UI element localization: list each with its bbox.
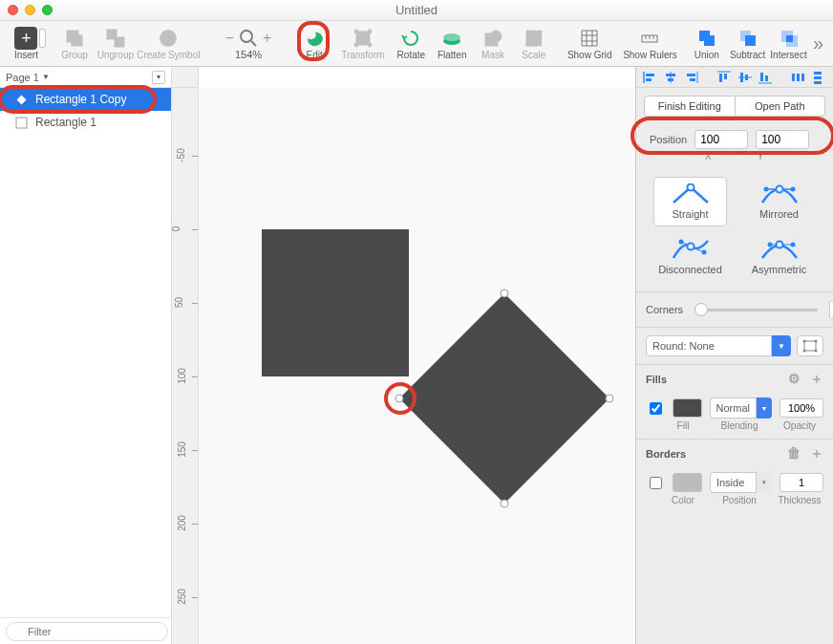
align-bottom-icon[interactable] xyxy=(758,71,773,84)
trash-icon[interactable]: 🗑 xyxy=(787,445,801,462)
magnifier-icon[interactable] xyxy=(238,28,259,49)
show-grid-tool[interactable]: Show Grid xyxy=(562,23,617,65)
round-select[interactable]: Round: None ▼ xyxy=(646,335,791,356)
svg-point-68 xyxy=(803,340,806,343)
intersect-tool[interactable]: Intersect xyxy=(768,23,809,65)
point-type-mirrored[interactable]: Mirrored xyxy=(742,177,816,226)
union-icon xyxy=(695,27,718,50)
finish-editing-button[interactable]: Finish Editing xyxy=(644,96,736,117)
vertex-handle[interactable] xyxy=(501,500,508,507)
page-selector[interactable]: Page 1▼ ▾ xyxy=(0,67,171,88)
diamond-shape-icon xyxy=(15,94,28,106)
y-sublabel: Y xyxy=(758,151,764,161)
border-checkbox[interactable] xyxy=(650,477,662,489)
border-color-swatch[interactable] xyxy=(673,473,702,492)
inspector-panel: Finish Editing Open Path Position X Y St… xyxy=(635,67,833,644)
sublabel: Color xyxy=(663,495,703,505)
layer-row-rectangle-1-copy[interactable]: Rectangle 1 Copy xyxy=(0,88,171,111)
page-options-icon[interactable]: ▾ xyxy=(152,71,165,84)
canvas[interactable] xyxy=(199,88,635,644)
toolbar-overflow-icon[interactable]: » xyxy=(809,32,827,54)
round-label: Round: None xyxy=(646,335,772,356)
point-label: Straight xyxy=(673,208,709,220)
layer-row-rectangle-1[interactable]: Rectangle 1 xyxy=(0,111,171,134)
point-type-straight[interactable]: Straight xyxy=(653,177,727,226)
flatten-label: Flatten xyxy=(438,50,467,60)
svg-rect-50 xyxy=(814,72,822,75)
vertex-handle[interactable] xyxy=(501,290,508,297)
align-center-v-icon[interactable] xyxy=(737,71,753,84)
position-row: Position xyxy=(636,124,833,151)
zoom-tool[interactable]: − + 154% xyxy=(210,23,287,65)
blending-select[interactable]: Normal▼ xyxy=(710,397,772,419)
group-icon xyxy=(63,27,86,50)
svg-rect-34 xyxy=(668,78,673,81)
distribute-h-icon[interactable] xyxy=(791,71,806,84)
zoom-out-icon[interactable]: − xyxy=(225,30,234,47)
fill-color-swatch[interactable] xyxy=(673,398,702,418)
corners-label: Corners xyxy=(646,304,683,315)
svg-point-16 xyxy=(490,31,502,42)
shape-rectangle-1-copy[interactable] xyxy=(399,293,609,504)
layer-label: Rectangle 1 Copy xyxy=(35,93,126,106)
svg-line-5 xyxy=(251,41,256,46)
corner-options-button[interactable] xyxy=(797,335,823,356)
plus-icon[interactable]: ＋ xyxy=(810,445,823,462)
vertex-handle-selected[interactable] xyxy=(395,395,403,402)
svg-rect-1 xyxy=(72,35,82,46)
corners-slider[interactable] xyxy=(694,309,818,311)
point-type-disconnected[interactable]: Disconnected xyxy=(653,232,727,282)
mask-tool[interactable]: Mask xyxy=(473,23,514,65)
point-type-asymmetric[interactable]: Asymmetric xyxy=(742,232,816,282)
filter-input[interactable] xyxy=(6,622,168,641)
svg-rect-18 xyxy=(526,31,542,46)
shape-rectangle-1[interactable] xyxy=(262,229,409,376)
position-y-input[interactable] xyxy=(756,130,809,149)
border-row: Inside▾ xyxy=(636,468,833,493)
layers-panel: Page 1▼ ▾ Rectangle 1 Copy Rectangle 1 🔍… xyxy=(0,67,172,644)
transform-tool[interactable]: Transform xyxy=(335,23,391,65)
align-top-icon[interactable] xyxy=(716,71,732,84)
scale-tool[interactable]: Scale xyxy=(513,23,554,65)
vertex-handle[interactable] xyxy=(606,395,613,402)
x-sublabel: X xyxy=(705,151,712,161)
thickness-input[interactable] xyxy=(780,473,823,492)
border-position-label: Inside xyxy=(710,472,757,493)
zoom-in-icon[interactable]: + xyxy=(263,30,271,47)
create-symbol-tool[interactable]: Create Symbol xyxy=(136,23,201,65)
svg-rect-47 xyxy=(792,74,795,81)
point-label: Asymmetric xyxy=(752,264,806,275)
insert-tool[interactable]: +▾ Insert xyxy=(6,23,47,65)
mask-icon xyxy=(481,27,504,50)
distribute-v-icon[interactable] xyxy=(811,71,826,84)
subtract-tool[interactable]: Subtract xyxy=(727,23,768,65)
border-position-select[interactable]: Inside▾ xyxy=(710,472,772,493)
fill-checkbox[interactable] xyxy=(650,402,662,415)
align-right-icon[interactable] xyxy=(683,71,698,84)
edit-tool[interactable]: Edit xyxy=(294,23,335,65)
plus-icon[interactable]: ＋ xyxy=(810,371,823,388)
union-tool[interactable]: Union xyxy=(686,23,727,65)
svg-rect-42 xyxy=(740,73,743,82)
opacity-input[interactable] xyxy=(780,398,823,418)
ruler-vertical[interactable]: -50 0 50 100 150 200 250 xyxy=(172,88,199,644)
position-x-input[interactable] xyxy=(694,130,748,149)
svg-point-53 xyxy=(687,184,694,191)
rotate-tool[interactable]: Rotate xyxy=(391,23,432,65)
symbol-icon xyxy=(157,27,180,50)
align-center-h-icon[interactable] xyxy=(663,71,678,84)
ungroup-tool[interactable]: Ungroup xyxy=(95,23,136,65)
svg-point-66 xyxy=(776,242,782,248)
chevron-down-icon: ▼ xyxy=(757,397,772,419)
svg-rect-37 xyxy=(690,78,695,81)
sublabel: Blending xyxy=(703,420,776,431)
show-rulers-tool[interactable]: Show Rulers xyxy=(617,23,682,65)
svg-point-71 xyxy=(815,350,818,353)
corners-input[interactable] xyxy=(829,300,833,319)
flatten-tool[interactable]: Flatten xyxy=(432,23,473,65)
gear-icon[interactable]: ⚙ xyxy=(788,371,801,388)
open-path-button[interactable]: Open Path xyxy=(736,96,826,117)
fills-title: Fills xyxy=(646,374,667,385)
group-tool[interactable]: Group xyxy=(54,23,96,65)
align-left-icon[interactable] xyxy=(643,71,658,84)
